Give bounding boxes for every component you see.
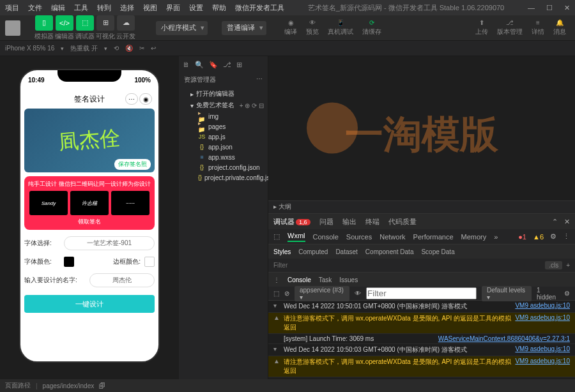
- compile-button[interactable]: ◉编译: [280, 19, 301, 36]
- sample-sig-3[interactable]: ~~~: [111, 191, 150, 215]
- tab-debugger[interactable]: 调试器1,6: [273, 217, 310, 227]
- tab-output[interactable]: 输出: [342, 217, 356, 227]
- mute-icon[interactable]: 🔇: [125, 45, 133, 52]
- cloud-button[interactable]: ☁: [117, 15, 135, 31]
- tree-item-projprivate[interactable]: {}project.private.config.js...: [179, 172, 268, 183]
- tree-item-projconfig[interactable]: {}project.config.json: [179, 162, 268, 172]
- visual-button[interactable]: ⊞: [96, 15, 114, 31]
- menu-help[interactable]: 帮助: [212, 3, 226, 13]
- gear-icon[interactable]: ⚙: [550, 232, 556, 241]
- context-select[interactable]: appservice (#3) ▾: [295, 286, 349, 301]
- capsule-close-icon[interactable]: ◉: [139, 93, 152, 105]
- more-tabs-icon[interactable]: »: [494, 233, 498, 241]
- maximize-icon[interactable]: ☐: [546, 4, 553, 12]
- tree-item-appjson[interactable]: {}app.json: [179, 142, 268, 152]
- border-color-swatch[interactable]: [144, 257, 155, 267]
- scopedata-tab[interactable]: Scope Data: [421, 248, 454, 255]
- tree-item-pages[interactable]: ▸📁pages: [179, 121, 268, 132]
- add-style-icon[interactable]: +: [566, 262, 570, 269]
- styles-tab[interactable]: Styles: [273, 248, 291, 255]
- computed-tab[interactable]: Computed: [298, 248, 328, 255]
- drawer-task-tab[interactable]: Task: [319, 276, 332, 283]
- subtab-sources[interactable]: Sources: [346, 233, 372, 241]
- back-icon[interactable]: ↩: [151, 45, 156, 52]
- menu-goto[interactable]: 转到: [97, 3, 111, 13]
- styles-filter-input[interactable]: [273, 262, 545, 269]
- subtab-console[interactable]: Console: [313, 233, 339, 241]
- get-signature-button[interactable]: 领取签名: [28, 218, 151, 226]
- design-button[interactable]: 一键设计: [24, 295, 155, 313]
- chevron-up-icon[interactable]: ⌃: [552, 218, 558, 226]
- avatar[interactable]: [5, 20, 20, 36]
- remote-debug-button[interactable]: 📱真机调试: [324, 19, 357, 36]
- compile-select[interactable]: 普通编译: [222, 21, 266, 35]
- menu-edit[interactable]: 编辑: [51, 3, 65, 13]
- menu-project[interactable]: 项目: [5, 3, 19, 13]
- upload-button[interactable]: ⬆上传: [471, 19, 492, 36]
- sample-sig-2[interactable]: 许志楠: [70, 191, 109, 215]
- subtab-memory[interactable]: Memory: [461, 233, 487, 241]
- sample-sig-1[interactable]: Sandy: [29, 191, 68, 215]
- capsule-menu-icon[interactable]: ⋯: [125, 93, 138, 105]
- subtab-wxml[interactable]: Wxml: [288, 232, 305, 242]
- mode-select[interactable]: 小程序模式: [156, 21, 208, 35]
- menu-tools[interactable]: 工具: [74, 3, 88, 13]
- tree-item-img[interactable]: ▸📁img: [179, 111, 268, 121]
- menu-file[interactable]: 文件: [28, 3, 42, 13]
- drawer-console-tab[interactable]: Console: [288, 276, 311, 283]
- page-path[interactable]: pages/index/index: [43, 382, 95, 389]
- cls-toggle[interactable]: .cls: [545, 261, 562, 269]
- name-input[interactable]: 周杰伦: [89, 273, 155, 287]
- subtab-network[interactable]: Network: [379, 233, 405, 241]
- console-kebab-icon[interactable]: ⋮: [273, 276, 280, 283]
- console-inspect-icon[interactable]: ⬚: [273, 290, 279, 297]
- explorer-more-icon[interactable]: ⋯: [256, 75, 263, 84]
- tab-terminal[interactable]: 终端: [365, 217, 379, 227]
- tree-item-appwxss[interactable]: ≡app.wxss: [179, 152, 268, 162]
- dataset-tab[interactable]: Dataset: [335, 248, 357, 255]
- console-filter-input[interactable]: [366, 287, 477, 299]
- panel-close-icon[interactable]: ✕: [564, 218, 570, 226]
- clear-cache-button[interactable]: ⟳清缓存: [358, 19, 385, 36]
- console-gear-icon[interactable]: ⚙: [564, 290, 570, 297]
- menu-view[interactable]: 视图: [143, 3, 157, 13]
- subtab-performance[interactable]: Performance: [413, 233, 454, 241]
- open-editors[interactable]: ▸ 打开的编辑器: [179, 88, 268, 100]
- menu-select[interactable]: 选择: [120, 3, 134, 13]
- menu-wxdevtools[interactable]: 微信开发者工具: [235, 3, 284, 13]
- font-color-swatch[interactable]: [64, 257, 74, 267]
- simulator-button[interactable]: ▯: [35, 15, 53, 31]
- extension-icon[interactable]: ⊞: [236, 61, 242, 69]
- cut-icon[interactable]: ✂: [139, 45, 144, 52]
- search-icon[interactable]: 🔍: [195, 61, 204, 69]
- font-select[interactable]: 一笔艺术签-901: [64, 236, 155, 250]
- explorer-tab-icon[interactable]: 🗎: [183, 61, 190, 68]
- kebab-icon[interactable]: ⋮: [563, 232, 570, 241]
- details-button[interactable]: ≡详情: [528, 19, 548, 36]
- console-clear-icon[interactable]: ⊘: [284, 290, 289, 297]
- device-select[interactable]: iPhone X 85% 16: [5, 45, 54, 52]
- tab-quality[interactable]: 代码质量: [388, 217, 417, 227]
- version-button[interactable]: ⎇版本管理: [493, 19, 526, 36]
- drawer-issues-tab[interactable]: Issues: [339, 276, 358, 283]
- close-icon[interactable]: ✕: [564, 4, 570, 12]
- componentdata-tab[interactable]: Component Data: [365, 248, 414, 255]
- levels-select[interactable]: Default levels ▾: [482, 286, 532, 301]
- copy-path-icon[interactable]: 🗐: [99, 382, 105, 389]
- tree-item-appjs[interactable]: JSapp.js: [179, 132, 268, 142]
- bookmark-icon[interactable]: 🔖: [209, 61, 218, 69]
- rotate-icon[interactable]: ⟲: [114, 45, 119, 52]
- menu-settings[interactable]: 设置: [189, 3, 203, 13]
- preview-button[interactable]: 👁预览: [302, 19, 323, 36]
- tree-root[interactable]: ▾ 免费艺术签名 + ⊕ ⟳ ⊟: [179, 100, 268, 111]
- warn-count[interactable]: ▲6: [533, 233, 544, 241]
- minimize-icon[interactable]: —: [528, 4, 535, 12]
- debugger-button[interactable]: ⬚: [76, 15, 94, 31]
- hotreload-toggle[interactable]: 热重载 开: [70, 44, 98, 53]
- eye-icon[interactable]: 👁: [355, 290, 361, 297]
- hidden-count[interactable]: 1 hidden: [537, 287, 559, 301]
- error-count[interactable]: ●1: [518, 233, 526, 241]
- menu-interface[interactable]: 界面: [166, 3, 180, 13]
- editor-button[interactable]: </>: [56, 15, 73, 31]
- tab-problems[interactable]: 问题: [319, 217, 334, 227]
